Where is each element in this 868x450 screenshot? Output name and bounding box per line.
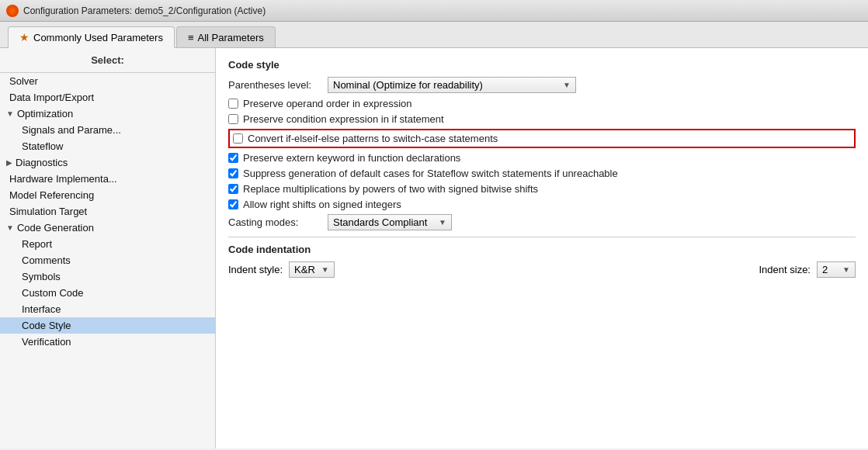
sidebar-item-verification[interactable]: Verification (0, 334, 215, 350)
casting-modes-row: Casting modes: Standards Compliant ▼ (228, 214, 856, 230)
tab-commonly-used[interactable]: ★ Commonly Used Parameters (8, 26, 175, 48)
app-icon (6, 5, 19, 17)
star-icon: ★ (19, 31, 30, 43)
sidebar-item-optimization[interactable]: ▼ Optimization (0, 106, 215, 122)
preserve-condition-label: Preserve condition expression in if stat… (243, 113, 444, 125)
title-bar-text: Configuration Parameters: demo5_2/Config… (23, 5, 266, 16)
preserve-extern-row: Preserve extern keyword in function decl… (228, 152, 856, 164)
sidebar-item-optimization-label: Optimization (17, 108, 73, 119)
title-bar: Configuration Parameters: demo5_2/Config… (0, 0, 868, 22)
allow-right-shifts-row: Allow right shifts on signed integers (228, 199, 856, 210)
expand-arrow-diagnostics-icon: ▶ (6, 158, 12, 167)
suppress-default-label: Suppress generation of default cases for… (243, 168, 618, 179)
tab-commonly-used-label: Commonly Used Parameters (33, 32, 163, 43)
sidebar-item-data-import[interactable]: Data Import/Export (0, 89, 215, 106)
preserve-operand-label: Preserve operand order in expression (243, 98, 412, 109)
sidebar-item-hardware[interactable]: Hardware Implementa... (0, 171, 215, 187)
sidebar-item-simulation-target[interactable]: Simulation Target (0, 203, 215, 220)
preserve-extern-label: Preserve extern keyword in function decl… (243, 152, 460, 164)
parentheses-label: Parentheses level: (228, 79, 321, 91)
parentheses-row: Parentheses level: Nominal (Optimize for… (228, 77, 856, 93)
sidebar-item-stateflow[interactable]: Stateflow (0, 138, 215, 154)
code-style-section-title: Code style (228, 59, 856, 71)
casting-value: Standards Compliant (333, 216, 427, 228)
sidebar-item-symbols[interactable]: Symbols (0, 268, 215, 285)
convert-if-label: Convert if-elseif-else patterns to switc… (248, 133, 498, 144)
parentheses-value: Nominal (Optimize for readability) (333, 79, 483, 91)
sidebar-item-code-generation[interactable]: ▼ Code Generation (0, 220, 215, 236)
indent-size-value: 2 (822, 264, 828, 275)
tab-all-params[interactable]: ≡ All Parameters (176, 26, 276, 47)
right-panel: Code style Parentheses level: Nominal (O… (216, 48, 868, 448)
sidebar-item-interface[interactable]: Interface (0, 301, 215, 317)
replace-mult-label: Replace multiplications by powers of two… (243, 183, 538, 195)
sidebar-item-model-referencing[interactable]: Model Referencing (0, 187, 215, 203)
indent-style-arrow-icon: ▼ (321, 265, 329, 274)
indent-style-dropdown[interactable]: K&R ▼ (289, 261, 335, 278)
all-params-icon: ≡ (188, 32, 194, 43)
sidebar: Select: Solver Data Import/Export ▼ Opti… (0, 48, 216, 448)
sidebar-item-diagnostics[interactable]: ▶ Diagnostics (0, 154, 215, 171)
casting-dropdown[interactable]: Standards Compliant ▼ (328, 214, 452, 230)
casting-dropdown-arrow-icon: ▼ (439, 218, 446, 227)
sidebar-item-solver[interactable]: Solver (0, 73, 215, 89)
sidebar-item-signals[interactable]: Signals and Parame... (0, 122, 215, 138)
sidebar-item-comments[interactable]: Comments (0, 252, 215, 268)
sidebar-item-diagnostics-label: Diagnostics (16, 157, 68, 168)
indent-style-label: Indent style: (228, 264, 283, 275)
code-indent-section-title: Code indentation (228, 244, 856, 255)
section-divider (228, 237, 856, 237)
suppress-default-checkbox[interactable] (228, 168, 238, 178)
indent-size-label: Indent size: (759, 264, 811, 275)
indent-style-value: K&R (294, 264, 315, 275)
allow-right-shifts-checkbox[interactable] (228, 199, 238, 209)
expand-arrow-icon: ▼ (6, 109, 14, 118)
preserve-extern-checkbox[interactable] (228, 153, 238, 163)
sidebar-item-code-generation-label: Code Generation (17, 222, 94, 234)
sidebar-header: Select: (0, 48, 215, 73)
sidebar-item-code-style[interactable]: Code Style (0, 317, 215, 334)
convert-if-checkbox[interactable] (233, 133, 243, 144)
parentheses-dropdown[interactable]: Nominal (Optimize for readability) ▼ (328, 77, 576, 93)
indent-style-row: Indent style: K&R ▼ Indent size: 2 ▼ (228, 261, 856, 278)
indent-size-arrow-icon: ▼ (842, 265, 850, 274)
dropdown-arrow-icon: ▼ (563, 81, 571, 89)
sidebar-item-report[interactable]: Report (0, 236, 215, 252)
replace-mult-checkbox[interactable] (228, 184, 238, 194)
preserve-condition-row: Preserve condition expression in if stat… (228, 113, 856, 125)
preserve-operand-row: Preserve operand order in expression (228, 98, 856, 109)
preserve-condition-checkbox[interactable] (228, 114, 238, 124)
suppress-default-row: Suppress generation of default cases for… (228, 168, 856, 179)
tab-bar: ★ Commonly Used Parameters ≡ All Paramet… (0, 22, 868, 48)
main-content: Select: Solver Data Import/Export ▼ Opti… (0, 48, 868, 448)
allow-right-shifts-label: Allow right shifts on signed integers (243, 199, 401, 210)
replace-mult-row: Replace multiplications by powers of two… (228, 183, 856, 195)
tab-all-params-label: All Parameters (197, 32, 263, 43)
expand-arrow-codegen-icon: ▼ (6, 223, 14, 232)
preserve-operand-checkbox[interactable] (228, 99, 238, 109)
casting-label: Casting modes: (228, 216, 321, 228)
indent-size-dropdown[interactable]: 2 ▼ (817, 261, 856, 278)
sidebar-item-custom-code[interactable]: Custom Code (0, 285, 215, 301)
convert-if-row: Convert if-elseif-else patterns to switc… (228, 129, 856, 148)
